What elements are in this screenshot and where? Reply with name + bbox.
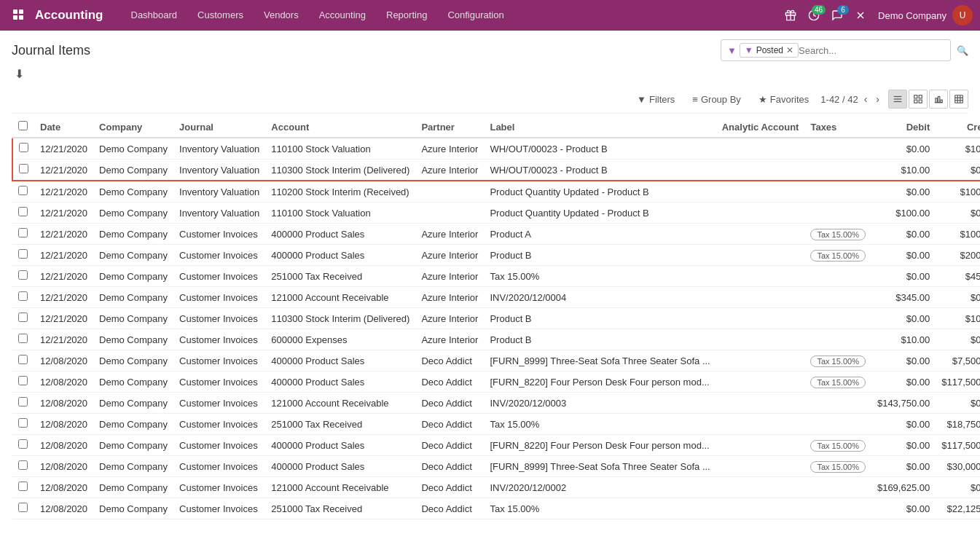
svg-rect-12 xyxy=(914,100,917,103)
search-box[interactable]: ▼ ▼ Posted ✕ xyxy=(721,39,951,61)
svg-rect-3 xyxy=(19,15,23,20)
main-content: Journal Items ▼ ▼ Posted ✕ 🔍 ⬇ ▼ Filters xyxy=(0,31,980,558)
user-avatar[interactable]: U xyxy=(952,5,973,25)
tax-badge: Tax 15.00% xyxy=(810,250,865,262)
search-submit-icon[interactable]: 🔍 xyxy=(957,45,968,56)
table-row: 12/08/2020Demo CompanyCustomer Invoices4… xyxy=(12,350,980,372)
col-account[interactable]: Account xyxy=(265,117,415,138)
download-button[interactable]: ⬇ xyxy=(12,66,27,82)
row-checkbox[interactable] xyxy=(18,334,28,343)
clock-badge: 46 xyxy=(812,5,826,15)
row-checkbox[interactable] xyxy=(18,291,28,301)
svg-rect-15 xyxy=(936,98,937,103)
nav-reporting[interactable]: Reporting xyxy=(376,0,437,31)
search-input[interactable] xyxy=(799,45,944,56)
svg-rect-18 xyxy=(955,95,963,103)
row-checkbox[interactable] xyxy=(19,143,28,152)
nav-right-area: 46 6 Demo Company U xyxy=(782,5,973,25)
toolbar-right: ▼ Filters ≡ Group By ★ Favorites 1-42 / … xyxy=(631,90,968,109)
nav-configuration[interactable]: Configuration xyxy=(437,0,514,31)
table-row: 12/21/2020Demo CompanyCustomer Invoices2… xyxy=(12,266,980,287)
row-checkbox[interactable] xyxy=(18,270,28,280)
col-label[interactable]: Label xyxy=(484,117,716,138)
row-checkbox[interactable] xyxy=(18,439,28,449)
row-checkbox[interactable] xyxy=(18,418,28,428)
row-checkbox[interactable] xyxy=(18,482,28,491)
groupby-button[interactable]: ≡ Group By xyxy=(686,92,747,107)
select-all-checkbox[interactable] xyxy=(18,121,28,130)
favorites-label: Favorites xyxy=(770,94,809,105)
nav-links: Dashboard Customers Vendors Accounting R… xyxy=(121,0,783,31)
top-navigation: Accounting Dashboard Customers Vendors A… xyxy=(0,0,980,31)
row-checkbox[interactable] xyxy=(18,355,28,364)
col-date[interactable]: Date xyxy=(34,117,93,138)
gift-icon[interactable] xyxy=(782,7,799,24)
nav-customers[interactable]: Customers xyxy=(187,0,254,31)
row-checkbox[interactable] xyxy=(18,313,28,322)
table-row: 12/08/2020Demo CompanyCustomer Invoices4… xyxy=(12,372,980,393)
table-body: 12/21/2020Demo CompanyInventory Valuatio… xyxy=(12,138,980,519)
chart-view-button[interactable] xyxy=(929,90,948,109)
row-checkbox-cell xyxy=(12,308,34,329)
search-filter-tag: ▼ Posted ✕ xyxy=(740,43,799,58)
table-row: 12/21/2020Demo CompanyCustomer Invoices1… xyxy=(12,308,980,329)
row-checkbox[interactable] xyxy=(18,460,28,470)
col-journal[interactable]: Journal xyxy=(173,117,265,138)
favorites-icon: ★ xyxy=(758,94,767,105)
row-checkbox-cell xyxy=(12,181,34,203)
toolbar: ▼ Filters ≡ Group By ★ Favorites 1-42 / … xyxy=(12,85,968,114)
prev-page-button[interactable]: ‹ xyxy=(861,92,871,106)
row-checkbox[interactable] xyxy=(18,207,28,216)
row-checkbox[interactable] xyxy=(18,228,28,237)
star-icon[interactable] xyxy=(852,7,869,24)
company-name: Demo Company xyxy=(878,10,946,21)
next-page-button[interactable]: › xyxy=(873,92,882,106)
col-taxes[interactable]: Taxes xyxy=(804,117,871,138)
list-view-button[interactable] xyxy=(888,90,907,109)
row-checkbox[interactable] xyxy=(19,164,28,173)
svg-rect-13 xyxy=(919,100,922,103)
col-credit[interactable]: Credit xyxy=(936,117,980,138)
tax-badge: Tax 15.00% xyxy=(810,355,865,367)
row-checkbox-cell xyxy=(12,266,34,287)
row-checkbox[interactable] xyxy=(18,397,28,406)
svg-rect-10 xyxy=(914,95,917,98)
table-row: 12/08/2020Demo CompanyCustomer Invoices1… xyxy=(12,477,980,498)
row-checkbox[interactable] xyxy=(18,503,28,512)
col-partner[interactable]: Partner xyxy=(415,117,484,138)
nav-accounting[interactable]: Accounting xyxy=(309,0,376,31)
clock-icon[interactable]: 46 xyxy=(805,7,823,24)
pagination-info: 1-42 / 42 ‹ › xyxy=(820,92,882,106)
table-row: 12/08/2020Demo CompanyCustomer Invoices4… xyxy=(12,456,980,477)
table-row: 12/21/2020Demo CompanyInventory Valuatio… xyxy=(12,138,980,160)
favorites-button[interactable]: ★ Favorites xyxy=(753,92,815,107)
nav-dashboard[interactable]: Dashboard xyxy=(121,0,188,31)
row-checkbox[interactable] xyxy=(18,186,28,195)
row-checkbox-cell xyxy=(12,372,34,393)
svg-rect-17 xyxy=(941,100,942,103)
row-checkbox-cell xyxy=(12,393,34,414)
grid-view-button[interactable] xyxy=(909,90,928,109)
page-title: Journal Items xyxy=(12,43,90,58)
app-grid-icon[interactable] xyxy=(7,4,31,27)
chat-icon[interactable]: 6 xyxy=(828,7,846,24)
table-row: 12/21/2020Demo CompanyInventory Valuatio… xyxy=(12,203,980,224)
filters-icon: ▼ xyxy=(637,94,646,105)
col-analytic[interactable]: Analytic Account xyxy=(716,117,805,138)
row-checkbox-cell xyxy=(12,498,34,519)
table-row: 12/21/2020Demo CompanyInventory Valuatio… xyxy=(12,181,980,203)
close-filter-tag[interactable]: ✕ xyxy=(786,45,793,55)
filter-label-icon: ▼ xyxy=(745,45,753,55)
row-checkbox[interactable] xyxy=(18,249,28,259)
filters-button[interactable]: ▼ Filters xyxy=(631,92,681,107)
app-title: Accounting xyxy=(35,8,103,23)
row-checkbox[interactable] xyxy=(18,376,28,385)
col-company[interactable]: Company xyxy=(93,117,173,138)
nav-vendors[interactable]: Vendors xyxy=(254,0,309,31)
pivot-view-button[interactable] xyxy=(949,90,968,109)
row-checkbox-cell xyxy=(12,329,34,350)
chat-badge: 6 xyxy=(837,5,849,15)
filters-label: Filters xyxy=(649,94,675,105)
col-debit[interactable]: Debit xyxy=(871,117,936,138)
download-row: ⬇ xyxy=(12,67,968,81)
